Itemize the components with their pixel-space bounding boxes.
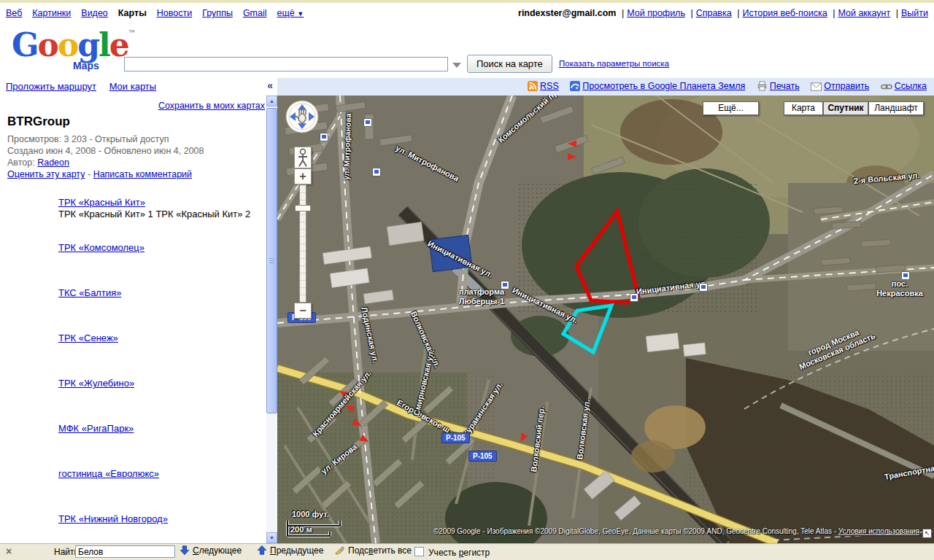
- zoom-slider-thumb[interactable]: [295, 205, 311, 211]
- send-link[interactable]: Отправить: [824, 81, 869, 91]
- list-item: гостиница «Евролюкс»: [58, 468, 159, 479]
- write-comment-link[interactable]: Написать комментарий: [93, 169, 192, 179]
- scrollbar-thumb[interactable]: [266, 108, 277, 413]
- rss-link[interactable]: RSS: [540, 81, 559, 91]
- map-type-satellite-button[interactable]: Спутник: [823, 101, 868, 115]
- list-item: ТРК «Комсомолец»: [58, 242, 144, 253]
- map-copyright: ©2009 Google - Изображения ©2009 Digital…: [433, 527, 919, 535]
- author-link[interactable]: Radeon: [37, 158, 69, 168]
- zoom-in-button[interactable]: +: [294, 168, 312, 184]
- search-options-link[interactable]: Показать параметры поиска: [559, 59, 669, 68]
- satellite-imagery: [277, 96, 934, 543]
- map-type-terrain-button[interactable]: Ландшафт: [868, 101, 924, 115]
- rate-line: Оценить эту карту - Написать комментарий: [7, 169, 192, 179]
- scale-imperial: 1000 фут.: [292, 510, 329, 518]
- author-line: Автор: Radeon: [7, 158, 69, 168]
- nav-link-signout[interactable]: Выйти: [901, 8, 928, 18]
- bus-stop-icon: [699, 283, 708, 292]
- google-maps-logo[interactable]: Google™ Maps: [12, 26, 121, 71]
- link-to-page-link[interactable]: Ссылка: [895, 81, 927, 91]
- scroll-up-icon[interactable]: ▲: [266, 96, 277, 106]
- map-title: BTRGroup: [7, 114, 70, 129]
- list-item: ТРК «Красный Кит»: [58, 197, 145, 208]
- list-item: ТРК «Сенеж»: [58, 332, 118, 343]
- sidebar-collapse-button[interactable]: «: [265, 79, 275, 91]
- my-maps-link[interactable]: Мои карты: [109, 81, 157, 92]
- match-case-label[interactable]: Учесть регистр: [428, 547, 490, 558]
- map-toolbar: RSS Просмотреть в Google Планета Земля П…: [277, 78, 934, 96]
- route-badge-r105: Р-105: [468, 451, 497, 462]
- nav-link-profile[interactable]: Мой профиль: [627, 8, 685, 18]
- arrow-up-icon: [257, 545, 267, 556]
- scroll-down-icon[interactable]: ▼: [266, 532, 277, 543]
- bus-stop-icon: [372, 168, 381, 176]
- google-earth-icon: [570, 81, 580, 93]
- search-history-dropdown-icon[interactable]: [452, 63, 461, 68]
- save-to-my-maps-link[interactable]: Сохранить в моих картах: [158, 101, 265, 111]
- rate-map-link[interactable]: Оценить эту карту: [7, 169, 85, 179]
- list-item-note: ТРК «Красный Кит» 1 ТРК «Красный Кит» 2: [58, 209, 250, 219]
- station-label-lyubertsy: платформаЛюберцы-1: [447, 287, 517, 306]
- sidebar-panel: Сохранить в моих картах BTRGroup Просмот…: [0, 96, 266, 543]
- nav-link-account[interactable]: Мой аккаунт: [838, 8, 890, 18]
- chevron-down-icon: ▼: [297, 10, 304, 18]
- find-input[interactable]: [75, 545, 175, 558]
- map-more-button[interactable]: Ещё...: [703, 101, 759, 115]
- list-item: МФК «РигаПарк»: [58, 423, 134, 434]
- bus-stop-icon: [901, 271, 910, 280]
- nav-link-video[interactable]: Видео: [81, 8, 108, 18]
- close-icon[interactable]: ×: [6, 546, 12, 556]
- bus-stop-icon: [320, 133, 328, 141]
- rss-icon: [528, 81, 538, 93]
- nav-link-more[interactable]: ещё ▼: [277, 8, 304, 18]
- highlighter-icon: [334, 545, 345, 556]
- highlight-all-button[interactable]: Подсветить все: [334, 545, 412, 559]
- nav-link-web[interactable]: Веб: [6, 8, 22, 18]
- map-type-map-button[interactable]: Карта: [784, 101, 823, 115]
- get-directions-link[interactable]: Проложить маршрут: [6, 81, 96, 92]
- nav-link-groups[interactable]: Группы: [202, 8, 233, 18]
- zoom-out-button[interactable]: −: [294, 303, 312, 319]
- map-pan-control[interactable]: [285, 99, 320, 134]
- nav-link-images[interactable]: Картинки: [32, 8, 71, 18]
- nav-link-webhistory[interactable]: История веб-поиска: [742, 8, 827, 18]
- terms-of-use-link[interactable]: Условия использования: [838, 527, 919, 535]
- bus-stop-icon: [363, 118, 372, 127]
- find-previous-button[interactable]: Предыдущее: [257, 545, 323, 559]
- route-badge-r105: Р-105: [441, 432, 470, 443]
- dates-status: Создано июн 4, 2008 - Обновлено июн 4, 2…: [7, 146, 204, 156]
- views-status: Просмотров: 3 203 - Открытый доступ: [7, 134, 169, 144]
- account-email: rindexster@gmail.com: [518, 8, 616, 18]
- arrow-down-icon: [180, 545, 190, 556]
- nav-link-gmail[interactable]: Gmail: [243, 8, 267, 18]
- report-corner-icon[interactable]: ↖: [922, 529, 932, 538]
- header: Google™ Maps Поиск на карте Показать пар…: [0, 20, 934, 78]
- scale-metric: 200 м: [290, 525, 312, 534]
- logo-maps-label: Maps: [73, 60, 99, 71]
- settlement-label-nekrasovka: пос.Некрасовка: [867, 279, 933, 298]
- envelope-icon: [811, 82, 822, 93]
- list-item: ТКС «Балтия»: [58, 287, 121, 298]
- printer-icon: [757, 81, 768, 93]
- view-in-google-earth-link[interactable]: Просмотреть в Google Планета Земля: [582, 81, 745, 91]
- list-item: ТРК «Нижний Новгород»: [58, 513, 168, 524]
- chain-link-icon: [881, 82, 892, 93]
- nav-link-news[interactable]: Новости: [157, 8, 192, 18]
- search-map-button[interactable]: Поиск на карте: [467, 55, 552, 73]
- map-canvas[interactable]: ул. Митрофанова ул. Митрофанова Комсомол…: [277, 96, 934, 543]
- browser-find-bar: × Найти: Следующее Предыдущее Подсветить…: [0, 543, 934, 560]
- list-item: ТРК «Жулебино»: [58, 378, 134, 389]
- find-next-button[interactable]: Следующее: [180, 545, 242, 559]
- top-navigation: ВебКартинкиВидеоКартыНовостиГруппыGmailе…: [0, 3, 934, 20]
- print-link[interactable]: Печать: [770, 81, 800, 91]
- bus-stop-icon: [630, 293, 638, 302]
- street-view-pegman[interactable]: [294, 147, 312, 168]
- sidebar-toolbar: Проложить маршрут Мои карты «: [0, 78, 277, 96]
- sidebar-scrollbar[interactable]: ▲ ▼: [266, 96, 277, 543]
- nav-link-help[interactable]: Справка: [696, 8, 732, 18]
- zoom-slider-track[interactable]: [299, 184, 306, 303]
- bus-stop-icon: [501, 281, 509, 289]
- match-case-checkbox[interactable]: [414, 547, 424, 556]
- search-input[interactable]: [124, 57, 448, 71]
- nav-current-maps: Карты: [118, 8, 147, 18]
